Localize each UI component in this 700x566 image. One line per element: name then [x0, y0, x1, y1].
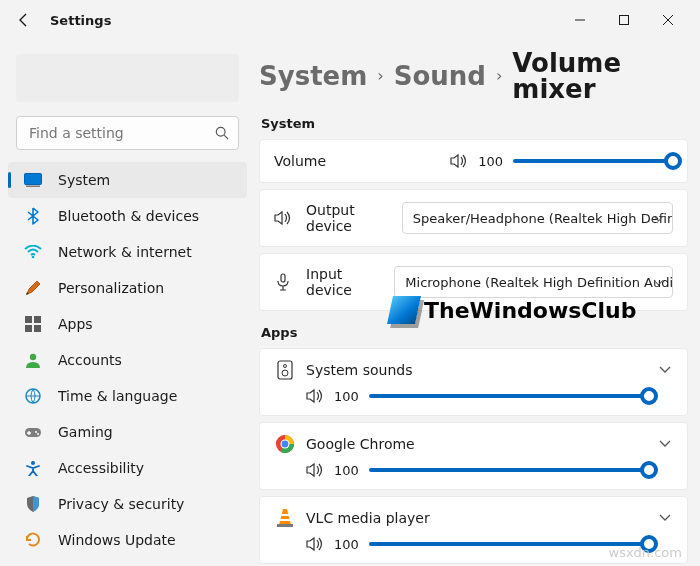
sidebar-item-label: Apps [58, 316, 93, 332]
bluetooth-icon [24, 207, 42, 225]
sidebar-item-accounts[interactable]: Accounts [8, 342, 247, 378]
sidebar-item-label: System [58, 172, 110, 188]
sidebar-item-personalization[interactable]: Personalization [8, 270, 247, 306]
profile-placeholder [16, 54, 239, 102]
breadcrumb: System › Sound › Volume mixer [259, 50, 688, 102]
app-volume-chrome[interactable]: Google Chrome 100 [259, 422, 688, 490]
sidebar-item-apps[interactable]: Apps [8, 306, 247, 342]
search-input[interactable] [16, 116, 239, 150]
master-volume-card: Volume 100 [259, 139, 688, 183]
chrome-icon [274, 433, 296, 455]
sidebar-item-label: Bluetooth & devices [58, 208, 199, 224]
svg-point-1 [216, 127, 225, 136]
sidebar-item-label: Accessibility [58, 460, 144, 476]
speaker-icon [274, 209, 292, 227]
sidebar-item-label: Windows Update [58, 532, 176, 548]
sidebar-item-network[interactable]: Network & internet [8, 234, 247, 270]
output-device-card: Output device Speaker/Headphone (Realtek… [259, 189, 688, 247]
svg-point-21 [282, 441, 289, 448]
input-device-select[interactable]: Microphone (Realtek High Definition Audi… [394, 266, 673, 298]
app-name: Google Chrome [306, 436, 415, 452]
output-device-label: Output device [306, 202, 388, 234]
svg-point-17 [284, 365, 287, 368]
sidebar-item-privacy[interactable]: Privacy & security [8, 486, 247, 522]
apps-icon [24, 315, 42, 333]
sidebar-item-label: Accounts [58, 352, 122, 368]
app-volume-value: 100 [334, 389, 359, 404]
main-content: System › Sound › Volume mixer System Vol… [255, 40, 700, 566]
svg-point-13 [37, 433, 39, 435]
svg-point-12 [35, 431, 37, 433]
title-bar: Settings [0, 0, 700, 40]
app-volume-slider[interactable] [369, 461, 649, 479]
volume-slider[interactable] [513, 152, 673, 170]
globe-icon [24, 387, 42, 405]
window-title: Settings [50, 13, 111, 28]
shield-icon [24, 495, 42, 513]
volume-label: Volume [274, 153, 326, 169]
sidebar-item-label: Personalization [58, 280, 164, 296]
speaker-icon[interactable] [306, 461, 324, 479]
accessibility-icon [24, 459, 42, 477]
svg-point-9 [30, 354, 36, 360]
sidebar-item-system[interactable]: System [8, 162, 247, 198]
app-name: System sounds [306, 362, 412, 378]
update-icon [24, 531, 42, 549]
sidebar-item-update[interactable]: Windows Update [8, 522, 247, 558]
svg-rect-23 [280, 519, 291, 521]
svg-rect-22 [281, 514, 290, 516]
sidebar-item-label: Gaming [58, 424, 113, 440]
vlc-icon [274, 507, 296, 529]
sidebar-item-bluetooth[interactable]: Bluetooth & devices [8, 198, 247, 234]
chevron-down-icon[interactable] [657, 436, 673, 452]
speaker-icon[interactable] [306, 387, 324, 405]
svg-rect-15 [281, 274, 285, 282]
minimize-button[interactable] [558, 4, 602, 36]
sidebar-item-label: Time & language [58, 388, 177, 404]
speaker-icon[interactable] [450, 152, 468, 170]
volume-value: 100 [478, 154, 503, 169]
gaming-icon [24, 423, 42, 441]
app-name: VLC media player [306, 510, 430, 526]
app-volume-slider[interactable] [369, 535, 649, 553]
close-button[interactable] [646, 4, 690, 36]
breadcrumb-sound[interactable]: Sound [394, 63, 486, 89]
svg-rect-5 [25, 316, 32, 323]
app-volume-value: 100 [334, 537, 359, 552]
output-device-select[interactable]: Speaker/Headphone (Realtek High Definiti… [402, 202, 673, 234]
chevron-down-icon[interactable] [657, 362, 673, 378]
maximize-button[interactable] [602, 4, 646, 36]
system-sounds-icon [274, 359, 296, 381]
input-device-card: Input device Microphone (Realtek High De… [259, 253, 688, 311]
sidebar-item-time[interactable]: Time & language [8, 378, 247, 414]
breadcrumb-system[interactable]: System [259, 63, 367, 89]
search-icon [215, 126, 229, 140]
sidebar-item-gaming[interactable]: Gaming [8, 414, 247, 450]
svg-rect-2 [25, 174, 42, 185]
svg-rect-6 [34, 316, 41, 323]
sidebar: System Bluetooth & devices Network & int… [0, 40, 255, 566]
sidebar-item-label: Privacy & security [58, 496, 184, 512]
app-volume-value: 100 [334, 463, 359, 478]
back-button[interactable] [10, 6, 38, 34]
system-icon [24, 171, 42, 189]
page-title: Volume mixer [512, 50, 688, 102]
app-volume-slider[interactable] [369, 387, 649, 405]
svg-point-14 [31, 461, 35, 465]
sidebar-item-label: Network & internet [58, 244, 192, 260]
svg-rect-3 [26, 186, 40, 188]
microphone-icon [274, 273, 292, 291]
chevron-right-icon: › [377, 68, 383, 84]
nav-list: System Bluetooth & devices Network & int… [0, 162, 255, 558]
brush-icon [24, 279, 42, 297]
svg-point-18 [282, 370, 288, 376]
speaker-icon[interactable] [306, 535, 324, 553]
chevron-down-icon[interactable] [657, 510, 673, 526]
app-volume-system-sounds[interactable]: System sounds 100 [259, 348, 688, 416]
svg-rect-0 [620, 16, 629, 25]
svg-rect-8 [34, 325, 41, 332]
sidebar-item-accessibility[interactable]: Accessibility [8, 450, 247, 486]
source-watermark: wsxdn.com [609, 545, 683, 560]
person-icon [24, 351, 42, 369]
svg-rect-24 [277, 524, 293, 527]
